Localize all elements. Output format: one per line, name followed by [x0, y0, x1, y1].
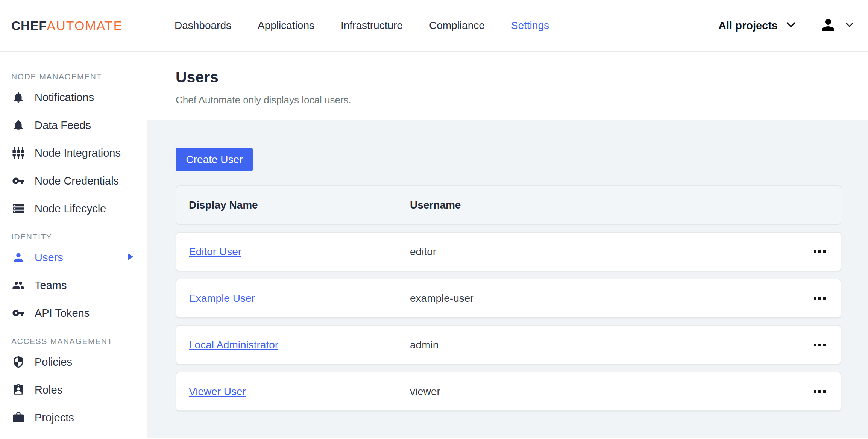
- page-header: Users Chef Automate only displays local …: [147, 52, 868, 120]
- sidebar-item-label: Node Integrations: [35, 147, 121, 159]
- row-actions-menu-icon[interactable]: [814, 390, 826, 393]
- table-header-row: Display Name Username: [176, 185, 841, 225]
- sidebar-section-access-management: ACCESS MANAGEMENT: [11, 337, 147, 346]
- users-content: Create User Display Name Username Editor…: [147, 120, 868, 411]
- nav-infrastructure[interactable]: Infrastructure: [341, 20, 403, 32]
- sidebar-item-label: Roles: [35, 384, 62, 396]
- sidebar-item-data-feeds[interactable]: Data Feeds: [0, 111, 147, 139]
- username-cell: viewer: [410, 386, 440, 398]
- projects-filter-label: All projects: [718, 20, 778, 32]
- projects-filter-dropdown[interactable]: All projects: [718, 20, 796, 32]
- page-title: Users: [176, 68, 868, 86]
- sidebar-item-label: Node Lifecycle: [35, 203, 106, 215]
- sidebar-item-node-credentials[interactable]: Node Credentials: [0, 167, 147, 195]
- sidebar-section-identity: IDENTITY: [11, 232, 147, 241]
- top-bar: CHEFAUTOMATE Dashboards Applications Inf…: [0, 0, 868, 52]
- sidebar-item-label: Projects: [35, 412, 74, 424]
- chef-automate-logo[interactable]: CHEFAUTOMATE: [11, 18, 123, 33]
- table-row: Editor User editor: [176, 232, 841, 271]
- sidebar-item-roles[interactable]: Roles: [0, 376, 147, 404]
- user-link-local-administrator[interactable]: Local Administrator: [189, 339, 278, 351]
- bell-icon: [12, 91, 25, 104]
- main-content: Users Chef Automate only displays local …: [147, 52, 868, 438]
- badge-icon: [12, 383, 25, 396]
- sidebar-item-api-tokens[interactable]: API Tokens: [0, 299, 147, 327]
- username-cell: example-user: [410, 292, 474, 304]
- sidebar-item-node-integrations[interactable]: Node Integrations: [0, 139, 147, 167]
- nav-settings[interactable]: Settings: [511, 20, 549, 32]
- column-header-display-name: Display Name: [189, 199, 410, 211]
- table-row: Viewer User viewer: [176, 372, 841, 411]
- sidebar-item-label: Teams: [35, 279, 67, 292]
- sidebar-item-label: API Tokens: [35, 307, 90, 319]
- sidebar-item-projects[interactable]: Projects: [0, 404, 147, 431]
- sidebar-section-node-management: NODE MANAGEMENT: [11, 72, 147, 81]
- sidebar-item-label: Notifications: [35, 91, 94, 104]
- table-row: Example User example-user: [176, 279, 841, 318]
- row-actions-menu-icon[interactable]: [814, 250, 826, 253]
- key-icon: [12, 174, 25, 187]
- chevron-down-icon: [786, 21, 796, 30]
- user-menu[interactable]: [819, 16, 854, 35]
- username-cell: admin: [410, 339, 439, 351]
- storage-icon: [12, 202, 25, 215]
- user-link-example[interactable]: Example User: [189, 292, 255, 304]
- sidebar-item-label: Users: [35, 251, 63, 264]
- person-icon: [12, 251, 25, 264]
- sidebar-item-notifications[interactable]: Notifications: [0, 83, 147, 111]
- chevron-down-icon: [845, 22, 854, 29]
- sidebar-item-label: Data Feeds: [35, 119, 91, 132]
- logo-automate: AUTOMATE: [47, 18, 123, 33]
- key-icon: [12, 307, 25, 319]
- user-link-editor[interactable]: Editor User: [189, 246, 241, 257]
- active-item-arrow-icon: [127, 252, 134, 263]
- nav-compliance[interactable]: Compliance: [429, 20, 485, 32]
- nav-dashboards[interactable]: Dashboards: [175, 20, 231, 32]
- username-cell: editor: [410, 246, 436, 258]
- group-icon: [12, 279, 25, 292]
- top-navigation: Dashboards Applications Infrastructure C…: [175, 20, 549, 32]
- column-header-username: Username: [410, 199, 461, 211]
- briefcase-icon: [12, 411, 25, 424]
- sidebar-item-node-lifecycle[interactable]: Node Lifecycle: [0, 195, 147, 223]
- create-user-button[interactable]: Create User: [176, 148, 253, 171]
- shield-icon: [12, 356, 25, 368]
- page-subtitle: Chef Automate only displays local users.: [176, 94, 868, 106]
- user-link-viewer[interactable]: Viewer User: [189, 386, 246, 397]
- settings-sidebar: NODE MANAGEMENT Notifications Data Feeds…: [0, 52, 147, 438]
- users-table: Display Name Username Editor User editor…: [176, 185, 841, 411]
- logo-chef: CHEF: [11, 18, 47, 33]
- sidebar-item-label: Node Credentials: [35, 175, 119, 187]
- topbar-right: All projects: [718, 16, 854, 35]
- sidebar-item-teams[interactable]: Teams: [0, 271, 147, 299]
- plugs-icon: [12, 147, 25, 159]
- nav-applications[interactable]: Applications: [258, 20, 314, 32]
- sidebar-item-policies[interactable]: Policies: [0, 348, 147, 376]
- row-actions-menu-icon[interactable]: [814, 297, 826, 300]
- bell-icon: [12, 119, 25, 132]
- sidebar-item-users[interactable]: Users: [0, 244, 147, 271]
- user-avatar-icon: [819, 16, 837, 35]
- table-row: Local Administrator admin: [176, 325, 841, 365]
- sidebar-item-label: Policies: [35, 356, 72, 368]
- row-actions-menu-icon[interactable]: [814, 344, 826, 346]
